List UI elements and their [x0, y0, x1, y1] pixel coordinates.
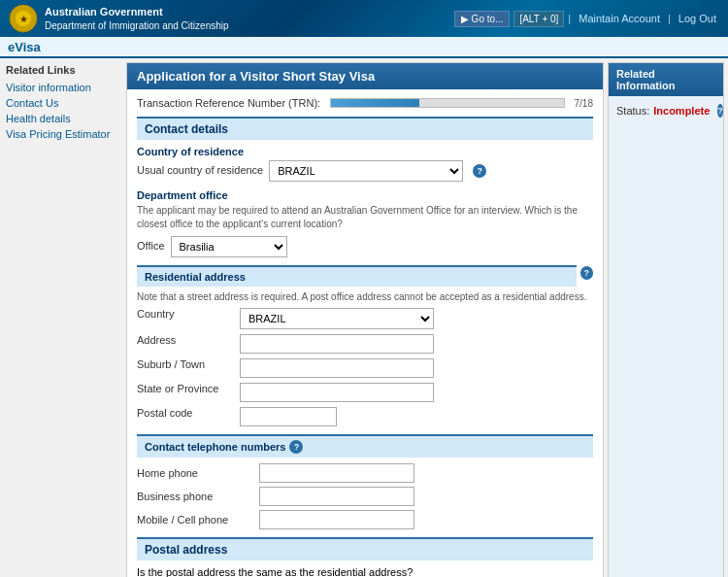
country-residence-subheader: Country of residence	[137, 146, 593, 157]
logout-link[interactable]: Log Out	[675, 11, 720, 26]
postal-group: Postal address Is the postal address the…	[137, 537, 593, 577]
content-area: Application for a Visitor Short Stay Vis…	[126, 58, 728, 577]
top-bar: ★ Australian Government Department of Im…	[0, 0, 728, 37]
phone-header: Contact telephone numbers	[145, 441, 285, 453]
dept-office-group: Department office The applicant may be r…	[137, 189, 593, 257]
usual-country-select[interactable]: BRAZIL	[269, 160, 463, 182]
status-row: Status: Incomplete ?	[616, 104, 715, 118]
country-help-icon[interactable]: ?	[473, 164, 486, 178]
state-label: State or Province	[137, 383, 234, 394]
suburb-row: Suburb / Town	[137, 358, 593, 378]
office-label: Office	[137, 240, 165, 252]
country-addr-row: Country BRAZIL	[137, 308, 593, 329]
alt-badge: [ALT + 0]	[513, 11, 564, 27]
postal-same-question: Is the postal address the same as the re…	[137, 566, 593, 577]
phone-help-icon[interactable]: ?	[289, 440, 303, 454]
svg-text:★: ★	[19, 14, 28, 24]
form-body: Transaction Reference Number (TRN): 7/18…	[127, 89, 603, 577]
business-phone-label: Business phone	[137, 491, 253, 502]
state-row: State or Province	[137, 383, 593, 402]
sidebar-title: Related Links	[6, 64, 120, 76]
main-layout: Related Links Visitor information Contac…	[0, 58, 728, 577]
country-addr-label: Country	[137, 308, 234, 320]
status-label: Status:	[616, 105, 649, 117]
status-badge: Incomplete	[653, 105, 710, 117]
suburb-input[interactable]	[240, 358, 434, 378]
gov-line2: Department of Immigration and Citizenshi…	[45, 19, 229, 32]
form-title: Application for a Visitor Short Stay Vis…	[127, 63, 603, 89]
residential-note: Note that a street address is required. …	[137, 290, 593, 304]
home-phone-label: Home phone	[137, 467, 253, 479]
info-panel-body: Status: Incomplete ?	[609, 96, 723, 125]
home-phone-input[interactable]	[259, 463, 414, 483]
evisa-bar: eVisa	[0, 37, 728, 58]
status-help-icon[interactable]: ?	[717, 104, 723, 118]
residential-help-icon[interactable]: ?	[580, 266, 593, 280]
trn-label: Transaction Reference Number (TRN):	[137, 97, 320, 109]
gov-line1: Australian Government	[45, 5, 229, 18]
logo-area: ★ Australian Government Department of Im…	[8, 3, 229, 34]
sidebar: Related Links Visitor information Contac…	[0, 58, 126, 577]
sidebar-item-contact[interactable]: Contact Us	[6, 97, 120, 109]
gov-text: Australian Government Department of Immi…	[45, 5, 229, 31]
alt-label: [ALT + 0]	[519, 14, 558, 24]
state-input[interactable]	[240, 383, 434, 402]
goto-label: ▶ Go to...	[461, 14, 504, 24]
form-panel: Application for a Visitor Short Stay Vis…	[126, 62, 604, 577]
dept-office-subheader: Department office	[137, 189, 593, 201]
postal-code-input[interactable]	[240, 407, 337, 426]
mobile-input[interactable]	[259, 510, 414, 529]
dept-office-note: The applicant may be required to attend …	[137, 204, 593, 231]
home-phone-row: Home phone	[137, 463, 593, 483]
postal-code-label: Postal code	[137, 407, 234, 419]
country-addr-select[interactable]: BRAZIL	[240, 308, 434, 329]
info-panel: Related Information Status: Incomplete ?	[608, 62, 724, 577]
residential-group: Residential address ? Note that a street…	[137, 265, 593, 426]
address-label: Address	[137, 334, 234, 346]
gov-logo-icon: ★	[8, 3, 39, 34]
goto-dropdown[interactable]: ▶ Go to...	[454, 11, 511, 27]
mobile-row: Mobile / Cell phone	[137, 510, 593, 529]
office-select[interactable]: Brasilia	[171, 236, 287, 257]
top-nav: ▶ Go to... [ALT + 0] | Maintain Account …	[454, 11, 720, 27]
address-input[interactable]	[240, 334, 434, 354]
mobile-label: Mobile / Cell phone	[137, 514, 253, 526]
trn-count: 7/18	[575, 98, 593, 109]
usual-country-row: Usual country of residence BRAZIL ?	[137, 160, 593, 182]
office-row: Office Brasilia	[137, 236, 593, 257]
country-residence-group: Country of residence Usual country of re…	[137, 146, 593, 182]
usual-country-label: Usual country of residence	[137, 164, 263, 176]
sidebar-item-health[interactable]: Health details	[6, 113, 120, 124]
info-panel-title: Related Information	[609, 63, 723, 96]
postal-addr-header: Postal address	[137, 537, 593, 560]
sidebar-item-visitor[interactable]: Visitor information	[6, 82, 120, 93]
trn-row: Transaction Reference Number (TRN): 7/18	[137, 97, 593, 109]
residential-header: Residential address	[137, 265, 577, 287]
postal-code-row: Postal code	[137, 407, 593, 426]
maintain-account-link[interactable]: Maintain Account	[575, 11, 664, 26]
sidebar-item-pricing[interactable]: Visa Pricing Estimator	[6, 128, 120, 140]
trn-progress-fill	[331, 99, 419, 107]
phone-group: Contact telephone numbers ? Home phone B…	[137, 434, 593, 529]
contact-details-header: Contact details	[137, 117, 593, 140]
business-phone-input[interactable]	[259, 487, 414, 506]
trn-progress-bar	[330, 98, 564, 108]
business-phone-row: Business phone	[137, 487, 593, 506]
address-row: Address	[137, 334, 593, 354]
suburb-label: Suburb / Town	[137, 358, 234, 370]
evisa-label: eVisa	[8, 40, 41, 54]
